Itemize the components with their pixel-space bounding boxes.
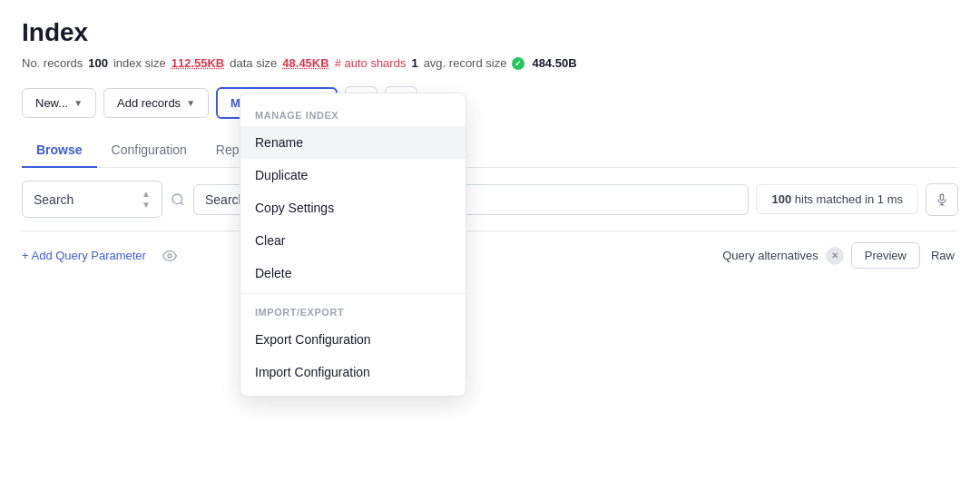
data-size-value[interactable]: 48.45KB <box>282 56 328 70</box>
tab-browse[interactable]: Browse <box>22 133 97 168</box>
avg-record-value: 484.50B <box>532 56 576 70</box>
no-records-label: No. records <box>22 56 83 70</box>
dropdown-item-clear[interactable]: Clear <box>240 224 466 257</box>
hits-badge: 100 hits matched in 1 ms <box>756 184 918 214</box>
new-button[interactable]: New... ▼ <box>22 88 96 118</box>
status-indicator <box>512 57 524 70</box>
svg-rect-3 <box>940 194 944 200</box>
data-size-label: data size <box>230 56 277 70</box>
eye-icon-button[interactable] <box>157 243 182 269</box>
dropdown-item-duplicate[interactable]: Duplicate <box>240 159 466 191</box>
search-icon <box>170 191 186 208</box>
search-box-1[interactable]: Search ▲ ▼ <box>22 181 162 218</box>
svg-point-1 <box>172 194 182 204</box>
auto-shards-label: # auto shards <box>335 56 407 70</box>
stats-row: No. records 100 index size 112.55KB data… <box>22 56 958 70</box>
new-button-label: New... <box>35 96 68 110</box>
dropdown-item-export-configuration[interactable]: Export Configuration <box>240 323 466 356</box>
dropdown-item-delete[interactable]: Delete <box>240 257 466 290</box>
add-records-button[interactable]: Add records ▼ <box>103 88 209 118</box>
dropdown-item-copy-settings[interactable]: Copy Settings <box>240 191 466 224</box>
dropdown-divider <box>240 293 466 294</box>
svg-line-2 <box>181 202 183 205</box>
import-export-section-label: IMPORT/EXPORT <box>240 298 466 323</box>
dropdown-item-rename[interactable]: Rename <box>240 126 466 159</box>
add-query-parameter[interactable]: + Add Query Parameter <box>22 249 146 262</box>
new-chevron-icon: ▼ <box>74 98 83 108</box>
add-query-param-label: + Add Query Parameter <box>22 249 146 262</box>
index-size-label: index size <box>113 56 166 70</box>
toolbar: New... ▼ Add records ▼ Manage index ▼ <box>22 86 958 119</box>
search-sort-arrows[interactable]: ▲ ▼ <box>142 189 151 210</box>
query-alternatives-close[interactable]: ✕ <box>826 247 844 265</box>
auto-shards-value: 1 <box>411 56 417 70</box>
hits-label: hits matched in 1 ms <box>795 192 903 206</box>
no-records-value: 100 <box>88 56 108 70</box>
preview-button[interactable]: Preview <box>851 242 920 269</box>
manage-index-section-label: MANAGE INDEX <box>240 101 466 126</box>
hits-count: 100 <box>771 192 791 206</box>
avg-record-label: avg. record size <box>424 56 507 70</box>
add-records-chevron-icon: ▼ <box>186 98 195 108</box>
query-row: + Add Query Parameter Query alternatives… <box>22 231 958 280</box>
add-records-label: Add records <box>117 96 181 110</box>
search-text-1: Search <box>34 192 74 207</box>
manage-index-dropdown: MANAGE INDEX Rename Duplicate Copy Setti… <box>240 93 466 397</box>
raw-button[interactable]: Raw <box>927 243 958 268</box>
tabs-row: Browse Configuration Replicas nos <box>22 133 958 168</box>
query-right-panel: Query alternatives ✕ Preview Raw <box>722 242 958 269</box>
page-title: Index <box>22 18 958 47</box>
dropdown-item-import-configuration[interactable]: Import Configuration <box>240 356 466 388</box>
microphone-button[interactable] <box>926 183 958 216</box>
query-alternatives-label: Query alternatives <box>722 249 818 262</box>
index-size-value[interactable]: 112.55KB <box>172 56 225 70</box>
svg-point-6 <box>168 254 172 258</box>
search-row: Search ▲ ▼ Search 100 hits matched in 1 … <box>22 168 958 231</box>
tab-configuration[interactable]: Configuration <box>97 133 201 168</box>
